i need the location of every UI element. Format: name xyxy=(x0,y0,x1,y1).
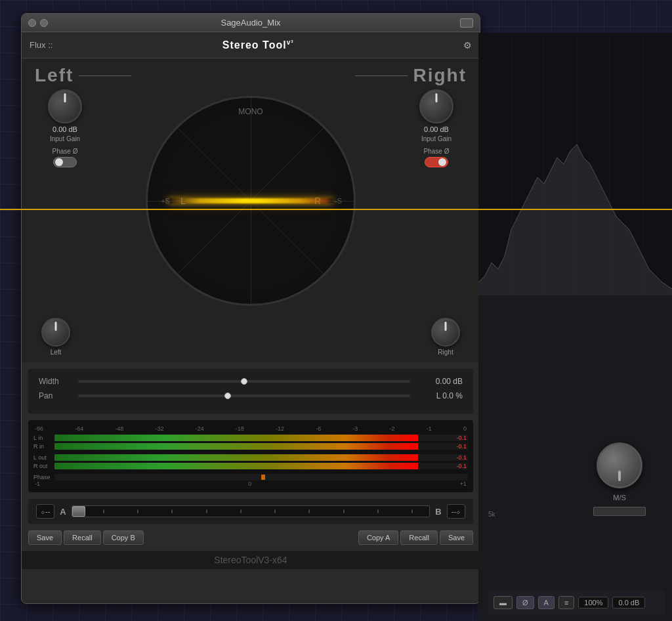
pan-value: L 0.0 % xyxy=(417,391,463,400)
recall-right-button[interactable]: Recall xyxy=(400,530,438,545)
left-output-knob[interactable] xyxy=(41,318,70,347)
right-phase-toggle-container: Phase Ø xyxy=(424,148,450,167)
rout-fill xyxy=(54,463,418,469)
minimize-dot[interactable] xyxy=(40,19,48,27)
freq-5k-label: 5k xyxy=(488,511,495,518)
width-pan-section: Width 0.00 dB Pan L 0.0 % xyxy=(28,369,473,414)
rin-label: R in xyxy=(33,443,52,450)
rin-meter-row: R in -0.1 xyxy=(33,443,468,450)
vu-scale-1: -1 xyxy=(427,425,432,432)
preset-a-value: -- xyxy=(45,507,50,515)
scope-mono-label: MONO xyxy=(238,107,262,116)
dropdown-arrow-a: ⬦ xyxy=(41,507,45,515)
vu-scale: -96 -64 -48 -32 -24 -18 -12 -6 -3 -2 -1 … xyxy=(33,425,468,432)
phase-zero: 0 xyxy=(248,481,251,487)
right-input-gain-label: Input Gain xyxy=(421,135,452,142)
recall-left-button[interactable]: Recall xyxy=(64,530,101,545)
left-phase-toggle-container: Phase Ø xyxy=(52,148,78,167)
preset-ab-slider[interactable] xyxy=(72,505,430,517)
vu-scale-3: -3 xyxy=(352,425,358,432)
rout-peak: -0.1 xyxy=(456,463,467,469)
rin-fill xyxy=(54,443,418,450)
lin-peak: -0.1 xyxy=(456,435,467,441)
phase-neg1: -1 xyxy=(35,481,40,487)
minimize-icon: ▬ xyxy=(499,599,507,607)
rout-meter-bar: -0.1 xyxy=(54,463,468,469)
left-label: Left xyxy=(35,65,74,86)
lin-meter-row: L in -0.1 xyxy=(33,435,468,441)
rin-peak: -0.1 xyxy=(456,443,467,450)
save-left-button[interactable]: Save xyxy=(28,530,62,545)
bottom-knobs-row: Left Right xyxy=(28,318,473,356)
spectrum-svg xyxy=(478,33,672,295)
pan-slider-thumb[interactable] xyxy=(224,393,231,399)
lin-label: L in xyxy=(33,435,52,441)
lout-meter-row: L out -0.1 xyxy=(33,454,468,461)
copy-b-button[interactable]: Copy B xyxy=(103,530,144,545)
lr-labels-row: Left Right xyxy=(28,65,473,86)
vu-scale-48: -48 xyxy=(115,425,123,432)
bottom-buttons: Save Recall Copy B Copy A Recall Save xyxy=(22,530,480,545)
preset-a-label: A xyxy=(60,507,66,517)
left-phase-label: Phase Ø xyxy=(52,148,78,155)
phase-meter-bar xyxy=(54,474,468,481)
left-input-gain-knob[interactable] xyxy=(48,89,82,123)
phase-scale: -1 0 +1 xyxy=(33,481,468,487)
phase-pos1: +1 xyxy=(460,481,467,487)
right-output-knob[interactable] xyxy=(431,318,460,347)
left-input-gain-value: 0.00 dB xyxy=(52,125,77,133)
right-controls: 0.00 dB Input Gain Phase Ø xyxy=(419,89,453,167)
save-right-button[interactable]: Save xyxy=(440,530,473,545)
phase-indicator xyxy=(261,475,265,480)
vu-scale-12: -12 xyxy=(276,425,284,432)
pan-slider-track[interactable] xyxy=(78,395,410,397)
db-display: 0.0 dB xyxy=(612,597,645,609)
preset-b-value: -- xyxy=(452,507,456,515)
right-bottom-knob-container: Right xyxy=(431,318,460,356)
zoom-display: 100% xyxy=(578,597,608,609)
left-bottom-knob-container: Left xyxy=(41,318,70,356)
phase-meter-label: Phase xyxy=(33,474,52,481)
right-input-gain-knob-container: 0.00 dB Input Gain xyxy=(419,89,453,142)
flux-logo: Flux :: xyxy=(30,40,52,50)
ms-knob-area: M/S xyxy=(593,442,646,516)
scope-inner: MONO L R +S -S xyxy=(148,98,354,304)
width-slider-thumb[interactable] xyxy=(241,378,247,385)
lout-fill xyxy=(54,454,418,461)
preset-b-dropdown[interactable]: -- ⬦ xyxy=(447,504,465,519)
width-value: 0.00 dB xyxy=(417,377,463,386)
right-phase-label: Phase Ø xyxy=(424,148,450,155)
lin-fill xyxy=(54,435,418,441)
ms-slider[interactable] xyxy=(593,507,646,516)
a-analyzer-button[interactable]: A xyxy=(538,596,555,609)
right-label: Right xyxy=(413,65,467,86)
ms-output-knob[interactable] xyxy=(597,442,642,488)
preset-slider-thumb[interactable] xyxy=(72,506,85,517)
width-slider-track[interactable] xyxy=(78,380,410,383)
scope-minus-s-label: -S xyxy=(335,197,342,205)
expand-button[interactable] xyxy=(460,18,473,28)
left-controls: 0.00 dB Input Gain Phase Ø xyxy=(48,89,82,167)
minimize-button[interactable]: ▬ xyxy=(494,596,513,609)
window-title: SageAudio_Mix xyxy=(220,18,280,28)
left-phase-toggle[interactable] xyxy=(53,157,77,167)
copy-a-button[interactable]: Copy A xyxy=(358,530,398,545)
vu-scale-24: -24 xyxy=(196,425,204,432)
phase-analyzer-button[interactable]: Ø xyxy=(516,596,534,609)
width-slider-row: Width 0.00 dB xyxy=(39,377,463,386)
right-input-gain-knob[interactable] xyxy=(419,89,453,123)
plugin-footer-name: StereoToolV3-x64 xyxy=(214,555,287,565)
left-bottom-knob-label: Left xyxy=(51,349,62,356)
preset-a-dropdown[interactable]: ⬦ -- xyxy=(36,504,54,519)
menu-analyzer-button[interactable]: ≡ xyxy=(558,596,574,609)
right-phase-toggle[interactable] xyxy=(425,157,448,167)
right-btn-group: Copy A Recall Save xyxy=(358,530,473,545)
vu-scale-0: 0 xyxy=(463,425,467,432)
right-label-line: Right xyxy=(355,65,467,86)
lout-peak: -0.1 xyxy=(456,454,467,461)
settings-icon[interactable]: ⚙ xyxy=(463,40,472,51)
main-content: Left Right 0.00 dB Input Gain Phase Ø xyxy=(22,58,480,362)
close-dot[interactable] xyxy=(28,19,36,27)
left-btn-group: Save Recall Copy B xyxy=(28,530,144,545)
scope-section: 0.00 dB Input Gain Phase Ø MONO L R xyxy=(35,89,467,312)
